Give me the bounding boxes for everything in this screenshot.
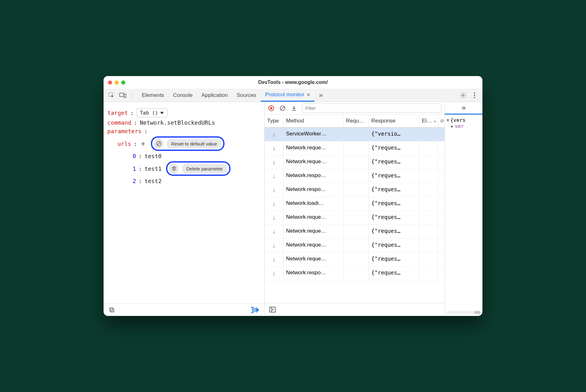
svg-rect-10 [110,308,113,311]
row-response: {"reques… [369,183,419,197]
table-row[interactable]: ↓Network.reque…{"reques… [265,211,445,225]
row-response: {"versio… [369,128,419,141]
reset-pill[interactable]: Reset to default value [167,139,221,148]
table-row[interactable]: ↓Network.reque…{"reques… [265,155,445,169]
row-elapsed [419,266,438,280]
main-toolbar: Elements Console Application Sources Pro… [104,89,482,102]
window-title: DevTools - www.google.com/ [104,80,482,85]
tab-label: Elements [142,92,164,98]
settings-icon[interactable] [459,91,467,99]
reset-icon[interactable] [154,139,164,148]
close-tab-icon[interactable]: × [307,92,310,98]
more-tabs-button[interactable]: » [314,89,327,102]
row-response: {"reques… [369,266,419,280]
tree-child[interactable]: ▶ ver [451,123,481,129]
tree-root[interactable]: ▼ {vers [447,117,481,123]
copy-icon[interactable] [109,307,115,313]
tree-root-label: {vers [450,117,465,123]
table-row[interactable]: ↓ServiceWorker…{"versio… [265,128,445,141]
add-item-icon[interactable]: ＋ [140,139,146,148]
col-type[interactable]: Type [265,115,284,127]
row-method: Network.reque… [284,141,344,155]
item-index: 2 [133,178,136,184]
col-elapsed[interactable]: El… [419,115,438,127]
svg-line-8 [158,142,160,145]
item-index: 0 [133,153,136,159]
url-item-1[interactable]: 1 : test1 Delete parameter [133,161,260,176]
row-method: Network.loadi… [284,197,344,211]
tab-elements[interactable]: Elements [137,89,169,102]
table-row[interactable]: ↓Network.respo…{"reques… [265,266,445,280]
row-response: {"reques… [369,169,419,183]
inspect-icon[interactable] [107,91,116,99]
detail-body: ▼ {vers ▶ ver [445,115,482,316]
urls-key: urls [117,140,131,147]
tab-sources[interactable]: Sources [232,89,260,102]
toggle-sidebar-icon[interactable] [269,306,276,313]
row-elapsed [419,155,438,169]
row-response: {"reques… [369,211,419,224]
table-row[interactable]: ↓Network.reque…{"reques… [265,225,445,239]
tab-application[interactable]: Application [197,89,232,102]
svg-rect-2 [124,94,126,98]
delete-pill[interactable]: Delete parameter [182,164,227,173]
row-elapsed [419,169,438,183]
command-value[interactable]: Network.setBlockedURLs [140,119,215,126]
col-request[interactable]: Requ… [344,115,369,127]
caret-down-icon: ▼ [447,118,449,122]
target-row: target: Tab () [107,108,260,117]
row-type: ↓ [265,239,284,252]
row-method: Network.reque… [284,239,344,252]
device-toggle-icon[interactable] [119,91,127,99]
command-editor-pane: target: Tab () command: Network.setBlock… [104,102,265,316]
row-request [344,169,369,183]
row-request [344,266,369,280]
download-icon[interactable] [290,105,297,112]
row-elapsed [419,197,438,211]
col-response[interactable]: Response [369,115,419,127]
row-type: ↓ [265,155,284,169]
row-elapsed [419,211,438,224]
table-row[interactable]: ↓Network.respo…{"reques… [265,183,445,197]
maximize-window-button[interactable] [121,80,125,85]
url-item-0[interactable]: 0 : test0 [133,153,260,159]
item-value: test1 [145,165,162,172]
detail-tabs[interactable]: » [445,102,482,115]
svg-rect-12 [270,107,272,109]
target-select[interactable]: Tab () [136,108,167,117]
url-item-2[interactable]: 2 : test2 [133,178,260,184]
table-row[interactable]: ↓Network.reque…{"reques… [265,239,445,252]
col-method[interactable]: Method [284,115,344,127]
row-response: {"reques… [369,155,419,169]
monitor-footer [265,303,445,316]
kebab-menu-icon[interactable] [470,91,479,99]
content-area: target: Tab () command: Network.setBlock… [104,102,482,316]
close-window-button[interactable] [108,80,112,85]
row-request [344,141,369,155]
clear-icon[interactable] [279,105,286,112]
filter-input[interactable] [302,104,441,113]
row-type: ↓ [265,169,284,183]
send-button[interactable] [251,306,259,313]
target-value: Tab () [140,110,158,116]
table-row[interactable]: ↓Network.reque…{"reques… [265,252,445,266]
row-elapsed [419,225,438,238]
svg-point-3 [462,94,464,96]
record-icon[interactable] [268,105,275,112]
scrollbar-thumb[interactable] [440,119,444,123]
row-request [344,128,369,141]
minimize-window-button[interactable] [115,80,119,85]
table-row[interactable]: ↓Network.reque…{"reques… [265,141,445,155]
events-table: Type Method Requ… Response El… ↓ServiceW… [265,115,445,303]
tab-console[interactable]: Console [169,89,197,102]
row-response: {"reques… [369,141,419,155]
row-elapsed [419,252,438,266]
table-row[interactable]: ↓Network.loadi…{"reques… [265,197,445,211]
table-row[interactable]: ↓Network.respo…{"reques… [265,169,445,183]
row-request [344,225,369,238]
horizontal-scrollbar[interactable] [447,311,481,314]
row-request [344,239,369,252]
trash-icon[interactable] [169,164,179,173]
row-response: {"reques… [369,225,419,238]
tab-protocol-monitor[interactable]: Protocol monitor × [261,89,314,102]
